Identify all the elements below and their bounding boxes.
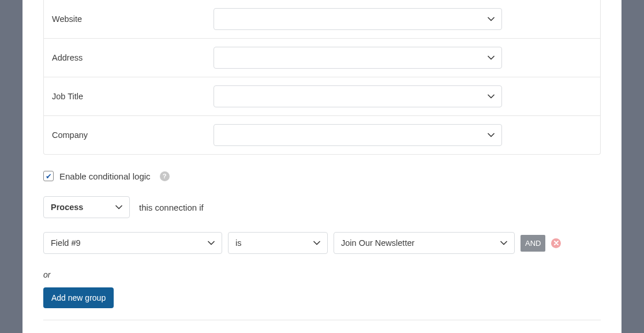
checkbox-row: ✔ Enable conditional logic ? bbox=[43, 171, 601, 181]
check-icon: ✔ bbox=[46, 173, 52, 180]
chevron-down-icon bbox=[488, 17, 495, 21]
form-row-job-title: Job Title bbox=[44, 77, 600, 116]
or-label: or bbox=[43, 270, 601, 279]
process-select[interactable]: Process bbox=[43, 196, 130, 218]
connection-text: this connection if bbox=[139, 203, 204, 212]
job-title-select[interactable] bbox=[214, 85, 502, 107]
help-icon[interactable]: ? bbox=[160, 171, 170, 181]
chevron-down-icon bbox=[208, 241, 215, 245]
row-label: Company bbox=[52, 130, 214, 140]
chevron-down-icon bbox=[115, 205, 122, 209]
condition-rule-row: Field #9 is Join Our Newsletter AND bbox=[43, 232, 601, 254]
address-select[interactable] bbox=[214, 47, 502, 69]
checkbox-label: Enable conditional logic bbox=[59, 171, 151, 181]
chevron-down-icon bbox=[313, 241, 320, 245]
condition-value-select[interactable]: Join Our Newsletter bbox=[334, 232, 515, 254]
condition-field-value: Field #9 bbox=[51, 238, 81, 248]
condition-operator-value: is bbox=[235, 238, 241, 248]
main-panel: Website Address Job Title bbox=[23, 0, 621, 333]
form-row-address: Address bbox=[44, 39, 600, 77]
and-button[interactable]: AND bbox=[521, 235, 545, 252]
chevron-down-icon bbox=[500, 241, 507, 245]
process-row: Process this connection if bbox=[43, 196, 601, 218]
chevron-down-icon bbox=[488, 94, 495, 99]
chevron-down-icon bbox=[488, 133, 495, 137]
conditional-logic-section: ✔ Enable conditional logic ? Process thi… bbox=[43, 171, 601, 308]
website-select[interactable] bbox=[214, 8, 502, 30]
enable-conditional-checkbox[interactable]: ✔ bbox=[43, 171, 54, 181]
add-new-group-button[interactable]: Add new group bbox=[43, 287, 114, 308]
condition-operator-select[interactable]: is bbox=[228, 232, 328, 254]
chevron-down-icon bbox=[488, 55, 495, 60]
delete-rule-icon[interactable] bbox=[551, 238, 561, 248]
row-label: Job Title bbox=[52, 92, 214, 101]
row-label: Website bbox=[52, 14, 214, 24]
condition-field-select[interactable]: Field #9 bbox=[43, 232, 222, 254]
row-label: Address bbox=[52, 53, 214, 62]
process-select-label: Process bbox=[51, 203, 83, 212]
company-select[interactable] bbox=[214, 124, 502, 146]
form-row-company: Company bbox=[44, 116, 600, 154]
form-row-website: Website bbox=[44, 0, 600, 39]
section-divider bbox=[43, 320, 601, 320]
condition-value-value: Join Our Newsletter bbox=[341, 238, 414, 248]
form-rows-container: Website Address Job Title bbox=[43, 0, 601, 155]
